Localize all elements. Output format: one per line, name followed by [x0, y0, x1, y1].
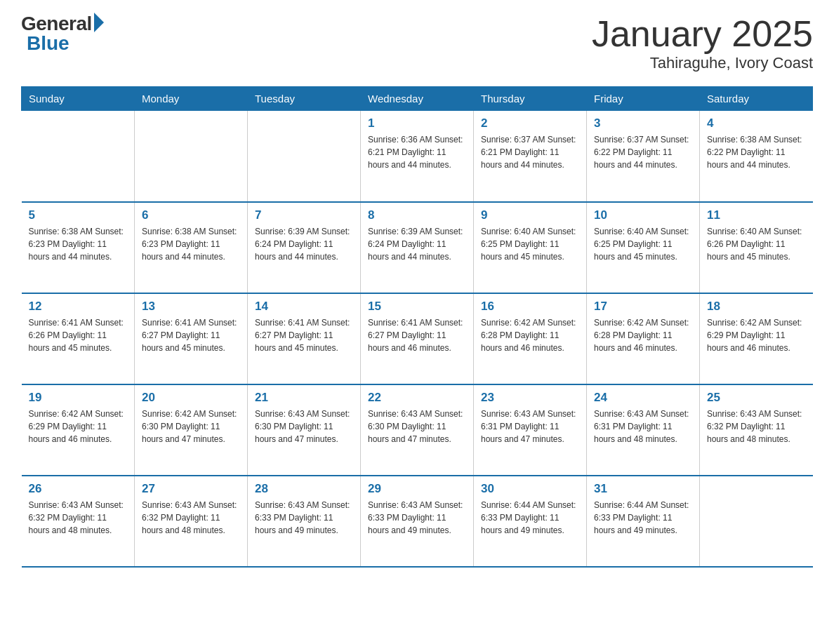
calendar-cell: 15Sunrise: 6:41 AM Sunset: 6:27 PM Dayli…: [361, 293, 474, 384]
header-saturday: Saturday: [700, 87, 813, 111]
day-number: 5: [29, 208, 128, 222]
calendar-cell: 10Sunrise: 6:40 AM Sunset: 6:25 PM Dayli…: [587, 202, 700, 293]
page-header: General Blue January 2025 Tahiraguhe, Iv…: [21, 14, 813, 72]
day-info: Sunrise: 6:40 AM Sunset: 6:25 PM Dayligh…: [481, 225, 579, 263]
day-info: Sunrise: 6:43 AM Sunset: 6:32 PM Dayligh…: [29, 499, 128, 537]
calendar-cell: 23Sunrise: 6:43 AM Sunset: 6:31 PM Dayli…: [474, 384, 587, 476]
day-number: 26: [29, 482, 128, 496]
day-number: 2: [481, 116, 579, 130]
page-title: January 2025: [592, 14, 813, 54]
calendar-cell: 8Sunrise: 6:39 AM Sunset: 6:24 PM Daylig…: [361, 202, 474, 293]
calendar-week-row: 12Sunrise: 6:41 AM Sunset: 6:26 PM Dayli…: [22, 293, 813, 384]
calendar-cell: 11Sunrise: 6:40 AM Sunset: 6:26 PM Dayli…: [700, 202, 813, 293]
day-info: Sunrise: 6:44 AM Sunset: 6:33 PM Dayligh…: [594, 499, 692, 537]
calendar-cell: 18Sunrise: 6:42 AM Sunset: 6:29 PM Dayli…: [700, 293, 813, 384]
day-number: 31: [594, 482, 692, 496]
calendar-cell: 24Sunrise: 6:43 AM Sunset: 6:31 PM Dayli…: [587, 384, 700, 476]
day-info: Sunrise: 6:37 AM Sunset: 6:22 PM Dayligh…: [594, 133, 692, 171]
calendar-cell: 2Sunrise: 6:37 AM Sunset: 6:21 PM Daylig…: [474, 111, 587, 202]
calendar-cell: [248, 111, 361, 202]
day-info: Sunrise: 6:41 AM Sunset: 6:27 PM Dayligh…: [368, 316, 466, 354]
calendar-cell: 31Sunrise: 6:44 AM Sunset: 6:33 PM Dayli…: [587, 476, 700, 567]
calendar-cell: 21Sunrise: 6:43 AM Sunset: 6:30 PM Dayli…: [248, 384, 361, 476]
calendar-header-row: SundayMondayTuesdayWednesdayThursdayFrid…: [22, 87, 813, 111]
calendar-cell: 30Sunrise: 6:44 AM Sunset: 6:33 PM Dayli…: [474, 476, 587, 567]
day-info: Sunrise: 6:43 AM Sunset: 6:32 PM Dayligh…: [142, 499, 240, 537]
calendar-cell: [700, 476, 813, 567]
day-number: 27: [142, 482, 240, 496]
calendar-cell: 29Sunrise: 6:43 AM Sunset: 6:33 PM Dayli…: [361, 476, 474, 567]
day-number: 28: [255, 482, 353, 496]
calendar-cell: [22, 111, 135, 202]
day-number: 29: [368, 482, 466, 496]
calendar-cell: 22Sunrise: 6:43 AM Sunset: 6:30 PM Dayli…: [361, 384, 474, 476]
calendar-cell: 27Sunrise: 6:43 AM Sunset: 6:32 PM Dayli…: [135, 476, 248, 567]
day-number: 23: [481, 391, 579, 405]
day-info: Sunrise: 6:38 AM Sunset: 6:23 PM Dayligh…: [142, 225, 240, 263]
calendar-cell: 9Sunrise: 6:40 AM Sunset: 6:25 PM Daylig…: [474, 202, 587, 293]
calendar-cell: 6Sunrise: 6:38 AM Sunset: 6:23 PM Daylig…: [135, 202, 248, 293]
logo-general-text: General: [21, 14, 92, 34]
day-info: Sunrise: 6:44 AM Sunset: 6:33 PM Dayligh…: [481, 499, 579, 537]
calendar-week-row: 1Sunrise: 6:36 AM Sunset: 6:21 PM Daylig…: [22, 111, 813, 202]
day-number: 16: [481, 300, 579, 314]
logo-blue-text: Blue: [27, 34, 70, 53]
calendar-cell: 28Sunrise: 6:43 AM Sunset: 6:33 PM Dayli…: [248, 476, 361, 567]
day-info: Sunrise: 6:43 AM Sunset: 6:33 PM Dayligh…: [368, 499, 466, 537]
calendar-cell: 17Sunrise: 6:42 AM Sunset: 6:28 PM Dayli…: [587, 293, 700, 384]
calendar-cell: 5Sunrise: 6:38 AM Sunset: 6:23 PM Daylig…: [22, 202, 135, 293]
calendar-cell: 3Sunrise: 6:37 AM Sunset: 6:22 PM Daylig…: [587, 111, 700, 202]
day-number: 19: [29, 391, 128, 405]
header-monday: Monday: [135, 87, 248, 111]
calendar-cell: 1Sunrise: 6:36 AM Sunset: 6:21 PM Daylig…: [361, 111, 474, 202]
day-info: Sunrise: 6:43 AM Sunset: 6:31 PM Dayligh…: [594, 408, 692, 445]
day-number: 3: [594, 116, 692, 130]
day-info: Sunrise: 6:41 AM Sunset: 6:26 PM Dayligh…: [29, 316, 128, 354]
calendar-cell: 25Sunrise: 6:43 AM Sunset: 6:32 PM Dayli…: [700, 384, 813, 476]
day-info: Sunrise: 6:42 AM Sunset: 6:30 PM Dayligh…: [142, 408, 240, 445]
day-info: Sunrise: 6:43 AM Sunset: 6:31 PM Dayligh…: [481, 408, 579, 445]
calendar-cell: 19Sunrise: 6:42 AM Sunset: 6:29 PM Dayli…: [22, 384, 135, 476]
calendar-cell: 16Sunrise: 6:42 AM Sunset: 6:28 PM Dayli…: [474, 293, 587, 384]
calendar-cell: 26Sunrise: 6:43 AM Sunset: 6:32 PM Dayli…: [22, 476, 135, 567]
calendar-cell: 14Sunrise: 6:41 AM Sunset: 6:27 PM Dayli…: [248, 293, 361, 384]
day-info: Sunrise: 6:38 AM Sunset: 6:22 PM Dayligh…: [707, 133, 806, 171]
day-info: Sunrise: 6:43 AM Sunset: 6:30 PM Dayligh…: [255, 408, 353, 445]
day-number: 1: [368, 116, 466, 130]
header-wednesday: Wednesday: [361, 87, 474, 111]
day-number: 25: [707, 391, 806, 405]
calendar-cell: 20Sunrise: 6:42 AM Sunset: 6:30 PM Dayli…: [135, 384, 248, 476]
day-info: Sunrise: 6:42 AM Sunset: 6:29 PM Dayligh…: [29, 408, 128, 445]
header-friday: Friday: [587, 87, 700, 111]
day-number: 30: [481, 482, 579, 496]
day-number: 20: [142, 391, 240, 405]
day-number: 6: [142, 208, 240, 222]
day-number: 8: [368, 208, 466, 222]
calendar-cell: 12Sunrise: 6:41 AM Sunset: 6:26 PM Dayli…: [22, 293, 135, 384]
calendar-cell: [135, 111, 248, 202]
day-number: 15: [368, 300, 466, 314]
day-number: 10: [594, 208, 692, 222]
calendar-week-row: 5Sunrise: 6:38 AM Sunset: 6:23 PM Daylig…: [22, 202, 813, 293]
day-info: Sunrise: 6:43 AM Sunset: 6:33 PM Dayligh…: [255, 499, 353, 537]
calendar-cell: 4Sunrise: 6:38 AM Sunset: 6:22 PM Daylig…: [700, 111, 813, 202]
day-number: 17: [594, 300, 692, 314]
header-tuesday: Tuesday: [248, 87, 361, 111]
day-info: Sunrise: 6:39 AM Sunset: 6:24 PM Dayligh…: [255, 225, 353, 263]
day-number: 7: [255, 208, 353, 222]
calendar-cell: 7Sunrise: 6:39 AM Sunset: 6:24 PM Daylig…: [248, 202, 361, 293]
day-info: Sunrise: 6:37 AM Sunset: 6:21 PM Dayligh…: [481, 133, 579, 171]
page-subtitle: Tahiraguhe, Ivory Coast: [592, 54, 813, 72]
day-info: Sunrise: 6:43 AM Sunset: 6:32 PM Dayligh…: [707, 408, 806, 445]
day-info: Sunrise: 6:38 AM Sunset: 6:23 PM Dayligh…: [29, 225, 128, 263]
day-number: 21: [255, 391, 353, 405]
day-number: 9: [481, 208, 579, 222]
calendar-week-row: 19Sunrise: 6:42 AM Sunset: 6:29 PM Dayli…: [22, 384, 813, 476]
day-info: Sunrise: 6:36 AM Sunset: 6:21 PM Dayligh…: [368, 133, 466, 171]
day-info: Sunrise: 6:41 AM Sunset: 6:27 PM Dayligh…: [142, 316, 240, 354]
day-number: 24: [594, 391, 692, 405]
calendar-cell: 13Sunrise: 6:41 AM Sunset: 6:27 PM Dayli…: [135, 293, 248, 384]
day-number: 12: [29, 300, 128, 314]
day-info: Sunrise: 6:42 AM Sunset: 6:29 PM Dayligh…: [707, 316, 806, 354]
day-info: Sunrise: 6:42 AM Sunset: 6:28 PM Dayligh…: [594, 316, 692, 354]
